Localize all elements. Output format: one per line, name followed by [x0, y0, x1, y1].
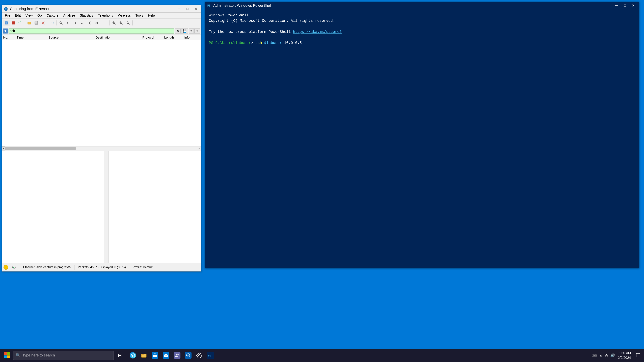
settings-icon [196, 352, 202, 359]
taskbar-app-settings[interactable] [194, 350, 204, 361]
menu-tools[interactable]: Tools [133, 12, 146, 18]
go-forward-btn[interactable] [72, 19, 78, 26]
wireshark-close-btn[interactable]: ✕ [192, 6, 200, 12]
hscroll-thumb[interactable] [5, 147, 76, 150]
taskbar-app-explorer[interactable] [138, 350, 149, 361]
svg-point-45 [176, 354, 177, 356]
wireshark-minimize-btn[interactable]: ─ [175, 6, 183, 12]
svg-text:PS: PS [208, 354, 211, 357]
taskbar-taskview[interactable]: ⊞ [114, 350, 125, 361]
go-last-btn[interactable] [93, 19, 100, 26]
ps-line-1: Windows PowerShell [209, 12, 635, 18]
restart-capture-btn[interactable] [17, 19, 24, 26]
system-clock[interactable]: 6:50 AM 2/9/2024 [616, 351, 632, 360]
search-icon: 🔍 [16, 353, 21, 358]
col-destination: Destination [94, 35, 141, 40]
ps-line-2: Copyright (C) Microsoft Corporation. All… [209, 18, 635, 24]
svg-point-50 [198, 355, 200, 356]
svg-rect-18 [104, 22, 106, 22]
toolbar-sep-4 [100, 20, 101, 25]
go-to-btn[interactable] [79, 19, 86, 26]
svg-line-29 [128, 23, 130, 24]
bottom-panels [2, 151, 201, 263]
svg-rect-38 [7, 352, 10, 355]
zoom-reset-btn[interactable] [125, 19, 132, 26]
menu-view[interactable]: View [23, 12, 35, 18]
ps-close-btn[interactable]: ✕ [630, 2, 637, 8]
horizontal-scrollbar[interactable]: ◄ ► [2, 146, 201, 151]
zoom-out-btn[interactable] [118, 19, 124, 26]
volume-icon[interactable]: 🔊 [610, 353, 615, 358]
toolbar-sep-6 [132, 20, 133, 25]
taskbar-app-powershell[interactable]: PS [205, 350, 216, 361]
scroll-right-arrow[interactable]: ► [198, 146, 201, 151]
menu-wireless[interactable]: Wireless [116, 12, 133, 18]
filter-input[interactable] [8, 28, 174, 33]
close-file-btn[interactable] [40, 19, 46, 26]
menu-capture[interactable]: Capture [44, 12, 61, 18]
filter-save-btn[interactable]: 💾 [181, 28, 188, 33]
filter-dropdown-btn[interactable]: ▼ [189, 28, 194, 33]
taskbar-app-edge[interactable] [128, 350, 138, 361]
misc1-icon [185, 352, 192, 359]
edge-icon [130, 352, 136, 359]
ps-line-5 [209, 35, 635, 40]
clock-time: 6:50 AM [618, 351, 631, 355]
menu-go[interactable]: Go [35, 12, 44, 18]
filter-clear-btn[interactable]: ✕ [175, 28, 180, 33]
ps-content[interactable]: Windows PowerShell Copyright (C) Microso… [205, 9, 639, 268]
go-first-btn[interactable] [86, 19, 92, 26]
find-btn[interactable] [58, 19, 64, 26]
taskbar-apps: PS [128, 350, 216, 361]
menu-analyze[interactable]: Analyze [61, 12, 78, 18]
keyboard-icon[interactable]: ⌨ [592, 353, 597, 358]
taskbar-app-misc1[interactable] [183, 350, 194, 361]
wireshark-maximize-btn[interactable]: □ [184, 6, 191, 12]
svg-line-14 [62, 23, 62, 24]
zoom-in-btn[interactable] [111, 19, 118, 26]
menu-edit[interactable]: Edit [12, 12, 23, 18]
ps-minimize-btn[interactable]: ─ [613, 2, 620, 8]
ps-title: Administrator: Windows PowerShell [213, 3, 272, 8]
autoscroll-btn[interactable] [102, 19, 108, 26]
taskbar-app-teams[interactable] [172, 350, 182, 361]
menu-statistics[interactable]: Statistics [78, 12, 96, 18]
taskbar-search[interactable]: 🔍 Type here to search [13, 351, 114, 360]
panel-divider [104, 151, 108, 263]
reload-btn[interactable] [49, 19, 56, 26]
svg-point-46 [178, 354, 179, 355]
packets-status-text: Packets: 4657 · Displayed: 0 (0.0%) [78, 266, 126, 269]
resize-columns-btn[interactable] [134, 19, 140, 26]
svg-rect-42 [142, 354, 144, 355]
profile-status-text: Profile: Default [133, 266, 152, 269]
menu-telephony[interactable]: Telephony [96, 12, 116, 18]
svg-rect-9 [35, 23, 37, 24]
stop-capture-btn[interactable] [10, 19, 16, 26]
wireshark-menubar: File Edit View Go Capture Analyze Statis… [2, 12, 201, 18]
ps-line-6: PS C:\Users\labuser> ssh @labuser 10.0.0… [209, 40, 635, 46]
clock-date: 2/9/2024 [618, 355, 631, 360]
taskbar-app-store[interactable] [150, 350, 160, 361]
taskbar-app-mail[interactable] [161, 350, 172, 361]
open-file-btn[interactable] [26, 19, 32, 26]
packet-list-headers: No. Time Source Destination Protocol Len… [2, 35, 201, 40]
ps-maximize-btn[interactable]: □ [621, 2, 629, 8]
save-file-btn[interactable] [33, 19, 40, 26]
menu-file[interactable]: File [2, 12, 12, 18]
scroll-left-arrow[interactable]: ◄ [2, 146, 5, 151]
network-icon[interactable]: 🖧 [604, 353, 608, 358]
notification-center-btn[interactable] [634, 351, 642, 360]
start-capture-btn[interactable] [3, 19, 10, 26]
svg-rect-19 [104, 23, 106, 23]
svg-rect-40 [7, 356, 10, 358]
menu-help[interactable]: Help [146, 12, 157, 18]
go-back-btn[interactable] [65, 19, 72, 26]
toolbar-sep-3 [56, 20, 57, 25]
ps-line-3 [209, 24, 635, 29]
tray-expand-btn[interactable]: ▲ [599, 354, 602, 357]
start-button[interactable] [2, 350, 12, 361]
filter-add-btn[interactable]: + [194, 28, 200, 33]
packet-detail-panel [2, 151, 104, 263]
explorer-icon [140, 352, 147, 359]
ps-taskbar-icon: PS [207, 352, 214, 359]
